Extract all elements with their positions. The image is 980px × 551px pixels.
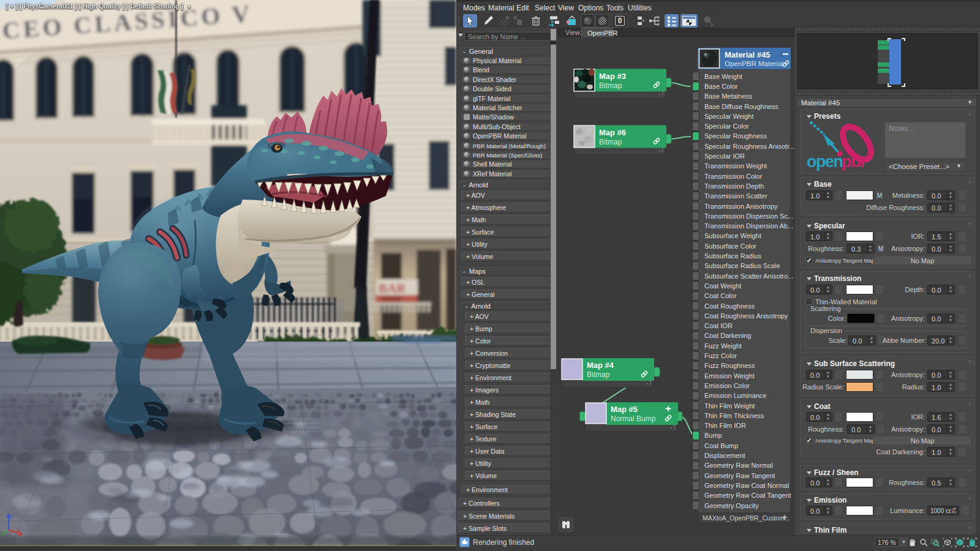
svg-text:Geometry Raw Tangent: Geometry Raw Tangent: [704, 472, 775, 479]
svg-text:Material #45: Material #45: [725, 50, 770, 59]
svg-text:Geometry Raw Coat Tangent: Geometry Raw Coat Tangent: [704, 492, 791, 499]
svg-text:Specular IOR: Specular IOR: [704, 152, 745, 160]
svg-text:Specular Roughness: Specular Roughness: [704, 132, 767, 140]
svg-text:open: open: [807, 152, 843, 171]
svg-text:Coat Bump: Coat Bump: [704, 442, 738, 449]
svg-text:Transmission Weight: Transmission Weight: [704, 162, 767, 170]
svg-text:Emission Luminance: Emission Luminance: [704, 392, 767, 399]
svg-text:MAXtoA_OpenPBR_Custom...: MAXtoA_OpenPBR_Custom...: [703, 514, 790, 522]
svg-text:Geometry Raw Coat Normal: Geometry Raw Coat Normal: [704, 482, 789, 489]
svg-text:pbr: pbr: [842, 152, 867, 171]
svg-text:Transmission Dispersion Ab...: Transmission Dispersion Ab...: [704, 222, 793, 230]
svg-text:Displacement: Displacement: [704, 452, 745, 459]
svg-text:Base Diffuse Roughness: Base Diffuse Roughness: [704, 103, 778, 110]
svg-text:Map #5: Map #5: [611, 405, 638, 414]
svg-text:Coat Color: Coat Color: [704, 292, 737, 299]
svg-text:Subsurface Radius Scale: Subsurface Radius Scale: [704, 262, 780, 269]
svg-text:Bitmap: Bitmap: [587, 370, 610, 379]
svg-text:Subsurface Scatter Anisotro...: Subsurface Scatter Anisotro...: [704, 272, 794, 280]
svg-text:Fuzz Color: Fuzz Color: [704, 352, 737, 359]
svg-text:OpenPBR Material: OpenPBR Material: [725, 60, 783, 67]
svg-text:Fuzz Weight: Fuzz Weight: [704, 342, 742, 350]
svg-text:Bitmap: Bitmap: [599, 138, 622, 146]
svg-text:Thin Film Weight: Thin Film Weight: [704, 402, 755, 410]
svg-text:Subsurface Radius: Subsurface Radius: [704, 252, 761, 260]
svg-text:Transmission Anisotropy: Transmission Anisotropy: [704, 203, 778, 210]
svg-text:Base Weight: Base Weight: [704, 73, 742, 80]
svg-text:Normal Bump: Normal Bump: [611, 414, 656, 423]
svg-text:Specular Color: Specular Color: [704, 122, 749, 130]
svg-text:Emission Weight: Emission Weight: [704, 372, 755, 380]
svg-text:Subsurface Color: Subsurface Color: [704, 242, 756, 250]
svg-text:Bump: Bump: [704, 432, 722, 439]
svg-text:Coat Roughness: Coat Roughness: [704, 302, 755, 310]
svg-text:Coat Darkening: Coat Darkening: [704, 332, 751, 339]
svg-text:Transmission Color: Transmission Color: [704, 173, 763, 180]
svg-text:Map #4: Map #4: [587, 361, 614, 370]
svg-text:z: z: [10, 514, 13, 520]
svg-text:Transmission Dispersion Sc...: Transmission Dispersion Sc...: [704, 212, 793, 220]
svg-text:Fuzz Roughness: Fuzz Roughness: [704, 362, 755, 369]
svg-text:Thin Film Thickness: Thin Film Thickness: [704, 412, 764, 419]
svg-text:Geometry Raw Normal: Geometry Raw Normal: [704, 462, 773, 469]
svg-text:Specular Roughness Anisotr...: Specular Roughness Anisotr...: [704, 143, 794, 150]
svg-text:Base Color: Base Color: [704, 83, 738, 90]
svg-text:Coat IOR: Coat IOR: [704, 322, 733, 329]
svg-text:Thin Film IOR: Thin Film IOR: [704, 422, 746, 429]
svg-text:Specular Weight: Specular Weight: [704, 113, 754, 120]
svg-text:Transmission Scatter: Transmission Scatter: [704, 192, 767, 200]
svg-text:Map #3: Map #3: [599, 72, 626, 81]
svg-text:Coat Weight: Coat Weight: [704, 282, 741, 290]
svg-text:Coat Roughness Anisotropy: Coat Roughness Anisotropy: [704, 312, 788, 320]
svg-text:Subsurface Weight: Subsurface Weight: [704, 232, 761, 239]
svg-text:BAR: BAR: [379, 281, 406, 296]
svg-text:Map #6: Map #6: [599, 128, 626, 137]
svg-text:Transmission Depth: Transmission Depth: [704, 182, 764, 190]
svg-text:x: x: [17, 527, 20, 533]
svg-text:Geometry Opacity: Geometry Opacity: [704, 502, 759, 509]
svg-text:Emission Color: Emission Color: [704, 382, 750, 389]
svg-text:Base Metalness: Base Metalness: [704, 92, 753, 100]
svg-text:Bitmap: Bitmap: [599, 81, 622, 90]
